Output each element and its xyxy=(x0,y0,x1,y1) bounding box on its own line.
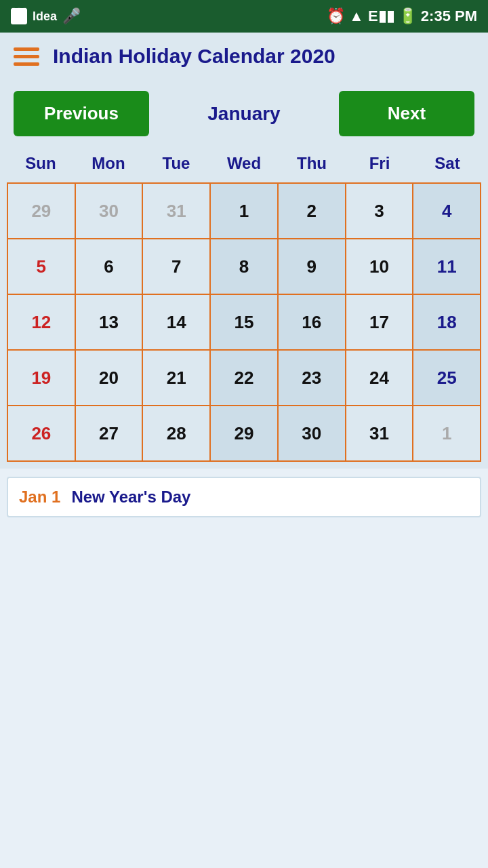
cal-cell[interactable]: 31 xyxy=(143,184,211,239)
cal-cell[interactable]: 1 xyxy=(413,406,481,462)
cal-cell[interactable]: 14 xyxy=(143,295,211,351)
cal-cell[interactable]: 12 xyxy=(8,295,76,351)
cal-cell[interactable]: 2 xyxy=(279,184,346,239)
cal-cell[interactable]: 17 xyxy=(346,295,414,351)
cal-cell[interactable]: 8 xyxy=(211,239,279,295)
idea-icon: Idea xyxy=(33,9,57,24)
cal-cell[interactable]: 4 xyxy=(413,184,481,239)
cal-cell[interactable]: 25 xyxy=(413,351,481,406)
cal-cell[interactable]: 22 xyxy=(211,351,279,406)
cal-cell[interactable]: 16 xyxy=(279,295,346,351)
day-header-tue: Tue xyxy=(142,147,210,180)
cal-cell[interactable]: 7 xyxy=(143,239,211,295)
calendar-grid: 2930311234567891011121314151617181920212… xyxy=(7,182,481,462)
cal-cell[interactable]: 27 xyxy=(76,406,144,462)
cal-cell[interactable]: 9 xyxy=(279,239,346,295)
holiday-item: Jan 1New Year's Day xyxy=(7,477,481,517)
current-month-label: January xyxy=(207,103,280,125)
day-header-sat: Sat xyxy=(413,147,481,180)
day-header-sun: Sun xyxy=(7,147,75,180)
cal-cell[interactable]: 15 xyxy=(211,295,279,351)
cal-cell[interactable]: 6 xyxy=(76,239,144,295)
holidays-list: Jan 1New Year's Day xyxy=(7,477,481,517)
day-header-wed: Wed xyxy=(210,147,278,180)
cal-cell[interactable]: 11 xyxy=(413,239,481,295)
hamburger-menu[interactable] xyxy=(14,47,39,66)
cal-cell[interactable]: 3 xyxy=(346,184,414,239)
day-header-thu: Thu xyxy=(278,147,346,180)
cal-cell[interactable]: 21 xyxy=(143,351,211,406)
cal-cell[interactable]: 28 xyxy=(143,406,211,462)
cal-cell[interactable]: 24 xyxy=(346,351,414,406)
alarm-icon: ⏰ xyxy=(327,7,345,25)
cal-cell[interactable]: 30 xyxy=(76,184,144,239)
day-header-mon: Mon xyxy=(75,147,142,180)
cal-cell[interactable]: 30 xyxy=(279,406,346,462)
month-nav: Previous January Next xyxy=(0,80,488,147)
app-title: Indian Holiday Calendar 2020 xyxy=(53,45,336,68)
cal-cell[interactable]: 29 xyxy=(8,184,76,239)
day-header-fri: Fri xyxy=(346,147,413,180)
day-headers-row: SunMonTueWedThuFriSat xyxy=(7,147,481,180)
cal-cell[interactable]: 1 xyxy=(211,184,279,239)
cal-cell[interactable]: 19 xyxy=(8,351,76,406)
image-icon: 🖼 xyxy=(11,8,27,24)
cal-cell[interactable]: 5 xyxy=(8,239,76,295)
signal-icon: E▮▮ xyxy=(368,7,394,25)
next-button[interactable]: Next xyxy=(339,91,474,136)
cal-cell[interactable]: 13 xyxy=(76,295,144,351)
cal-cell[interactable]: 10 xyxy=(346,239,414,295)
cal-cell[interactable]: 31 xyxy=(346,406,414,462)
status-bar: 🖼 Idea 🎤 ⏰ ▲ E▮▮ 🔋 2:35 PM xyxy=(0,0,488,33)
holiday-name: New Year's Day xyxy=(71,488,190,507)
previous-button[interactable]: Previous xyxy=(14,91,149,136)
battery-icon: 🔋 xyxy=(399,7,417,25)
holiday-date: Jan 1 xyxy=(19,488,60,507)
time-display: 2:35 PM xyxy=(421,7,477,25)
cal-cell[interactable]: 26 xyxy=(8,406,76,462)
cal-cell[interactable]: 23 xyxy=(279,351,346,406)
mic-off-icon: 🎤 xyxy=(62,7,81,25)
cal-cell[interactable]: 20 xyxy=(76,351,144,406)
cal-cell[interactable]: 29 xyxy=(211,406,279,462)
cal-cell[interactable]: 18 xyxy=(413,295,481,351)
app-header: Indian Holiday Calendar 2020 xyxy=(0,33,488,80)
wifi-icon: ▲ xyxy=(349,7,364,25)
calendar: SunMonTueWedThuFriSat 293031123456789101… xyxy=(0,147,488,469)
